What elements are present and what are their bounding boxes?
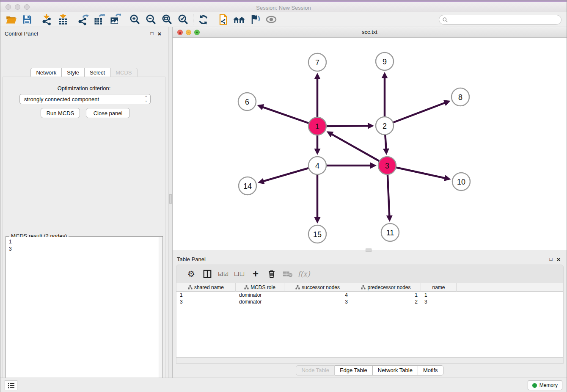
zoom-out-icon[interactable] bbox=[143, 13, 159, 26]
table-import-icon[interactable] bbox=[55, 13, 71, 26]
deselect-all-checkboxes-icon[interactable]: ☐☐ bbox=[231, 267, 248, 281]
edge-3-1[interactable] bbox=[331, 134, 387, 166]
splitter-handle[interactable] bbox=[366, 248, 372, 252]
column-label: MCDS role bbox=[250, 284, 275, 290]
node-label-1: 1 bbox=[315, 122, 319, 131]
task-list-icon[interactable] bbox=[5, 380, 17, 390]
cell-MCDS-role: dominator bbox=[236, 298, 284, 305]
edge-arrowhead bbox=[368, 123, 374, 129]
mcds-result-text[interactable]: 13 bbox=[6, 237, 159, 392]
node-label-15: 15 bbox=[313, 230, 322, 239]
gear-icon[interactable]: ⚙ bbox=[183, 267, 199, 281]
column-type-icon bbox=[188, 285, 193, 290]
zoom-selected-icon[interactable] bbox=[175, 13, 191, 26]
float-panel-icon[interactable]: □ bbox=[547, 255, 555, 263]
edge-2-8[interactable] bbox=[385, 102, 445, 126]
flag-icon[interactable] bbox=[247, 13, 263, 26]
edge-arrowhead bbox=[257, 104, 264, 110]
column-header-name[interactable]: name bbox=[421, 283, 457, 292]
column-header-shared-name[interactable]: shared name bbox=[176, 283, 236, 292]
delete-table-icon[interactable] bbox=[280, 267, 296, 281]
close-panel-icon[interactable]: × bbox=[555, 255, 562, 263]
zoom-fit-icon[interactable] bbox=[159, 13, 175, 26]
split-view-icon[interactable] bbox=[199, 267, 215, 281]
tab-node-table[interactable]: Node Table bbox=[296, 365, 335, 375]
optimization-criterion-label: Optimization criterion: bbox=[0, 85, 168, 91]
select-all-checkboxes-icon[interactable]: ☑☑ bbox=[215, 267, 231, 281]
node-label-11: 11 bbox=[386, 229, 394, 237]
run-mcds-button[interactable]: Run MCDS bbox=[41, 108, 80, 118]
search-input[interactable] bbox=[439, 15, 561, 25]
toolbar-separator bbox=[73, 14, 73, 25]
cell-successor-nodes: 3 bbox=[284, 298, 351, 305]
table-body: 1dominator4113dominator323 bbox=[176, 292, 563, 305]
refresh-icon[interactable] bbox=[195, 13, 211, 26]
network-import-icon[interactable] bbox=[39, 13, 55, 26]
network-graph[interactable]: 1234678910111415 bbox=[173, 38, 567, 250]
node-label-7: 7 bbox=[315, 58, 319, 67]
image-export-icon[interactable] bbox=[107, 13, 123, 26]
column-label: predecessor nodes bbox=[367, 284, 410, 290]
node-label-9: 9 bbox=[383, 58, 387, 66]
control-panel-title: Control Panel bbox=[5, 30, 148, 37]
table-row[interactable]: 1dominator411 bbox=[176, 292, 563, 298]
chevron-up-down-icon: ⌃⌄ bbox=[144, 96, 148, 102]
splitter-handle[interactable] bbox=[169, 194, 172, 204]
houses-icon[interactable] bbox=[231, 13, 247, 26]
column-label: shared name bbox=[194, 284, 224, 290]
node-label-14: 14 bbox=[243, 182, 252, 190]
folder-open-icon[interactable] bbox=[3, 13, 19, 26]
close-panel-icon[interactable]: × bbox=[156, 30, 163, 37]
edge-arrowhead bbox=[314, 217, 321, 224]
application-window: Session: New Session bbox=[0, 0, 567, 392]
floppy-save-icon[interactable] bbox=[19, 13, 35, 26]
close-panel-button[interactable]: Close panel bbox=[86, 108, 130, 118]
table-panel-tabs: Node TableEdge TableNetwork TableMotifs bbox=[173, 365, 567, 375]
window-titlebar: Session: New Session bbox=[0, 2, 567, 12]
column-header-predecessor-nodes[interactable]: predecessor nodes bbox=[351, 283, 421, 292]
zoom-in-icon[interactable] bbox=[127, 13, 143, 26]
tab-network-table[interactable]: Network Table bbox=[373, 365, 418, 375]
trash-icon[interactable] bbox=[264, 267, 280, 281]
node-label-2: 2 bbox=[383, 122, 387, 130]
network-canvas[interactable]: 1234678910111415 bbox=[173, 38, 567, 250]
criterion-select[interactable]: strongly connected component ⌃⌄ bbox=[19, 94, 151, 104]
control-panel-header: Control Panel □ × bbox=[0, 27, 168, 40]
function-builder-icon[interactable]: f(x) bbox=[296, 267, 312, 281]
add-column-icon[interactable]: + bbox=[248, 267, 264, 281]
memory-button[interactable]: Memory bbox=[528, 380, 562, 390]
table-panel-title: Table Panel bbox=[177, 256, 547, 262]
network-export-icon[interactable] bbox=[75, 13, 91, 26]
column-type-icon bbox=[244, 285, 249, 290]
cell-successor-nodes: 4 bbox=[284, 292, 351, 298]
column-label: name bbox=[432, 284, 445, 290]
cell-predecessor-nodes: 2 bbox=[351, 298, 421, 305]
cell-name: 3 bbox=[421, 298, 457, 305]
table-panel: Table Panel □ × ⚙ ☑☑ ☐☐ + f(x) shared na… bbox=[173, 253, 567, 378]
result-scrollbar[interactable] bbox=[159, 237, 162, 392]
node-label-4: 4 bbox=[315, 162, 319, 170]
edge-arrowhead bbox=[382, 72, 388, 78]
edge-arrowhead bbox=[314, 73, 321, 79]
table-export-icon[interactable] bbox=[91, 13, 107, 26]
edge-arrowhead bbox=[314, 149, 321, 155]
panel-splitter-vertical[interactable] bbox=[168, 27, 173, 378]
float-panel-icon[interactable]: □ bbox=[148, 30, 156, 37]
tab-edge-table[interactable]: Edge Table bbox=[335, 365, 373, 375]
table-panel-header: Table Panel □ × bbox=[173, 253, 567, 265]
eye-icon[interactable] bbox=[263, 13, 279, 26]
column-header-successor-nodes[interactable]: successor nodes bbox=[284, 283, 351, 292]
table-scrollbar-track[interactable] bbox=[176, 358, 564, 364]
tab-motifs[interactable]: Motifs bbox=[418, 365, 443, 375]
network-window-titlebar: x – + scc.txt bbox=[173, 27, 567, 38]
status-bar: Memory bbox=[0, 378, 567, 392]
cell-shared-name: 1 bbox=[176, 292, 236, 298]
cell-MCDS-role: dominator bbox=[236, 292, 284, 298]
memory-status-dot-icon bbox=[532, 383, 537, 388]
column-label: successor nodes bbox=[302, 284, 340, 290]
document-network-icon[interactable] bbox=[215, 13, 231, 26]
result-line: 1 bbox=[9, 238, 156, 246]
table-row[interactable]: 3dominator323 bbox=[176, 298, 563, 305]
column-header-MCDS-role[interactable]: MCDS role bbox=[236, 283, 284, 292]
control-panel: Control Panel □ × NetworkStyleSelectMCDS… bbox=[0, 27, 168, 378]
